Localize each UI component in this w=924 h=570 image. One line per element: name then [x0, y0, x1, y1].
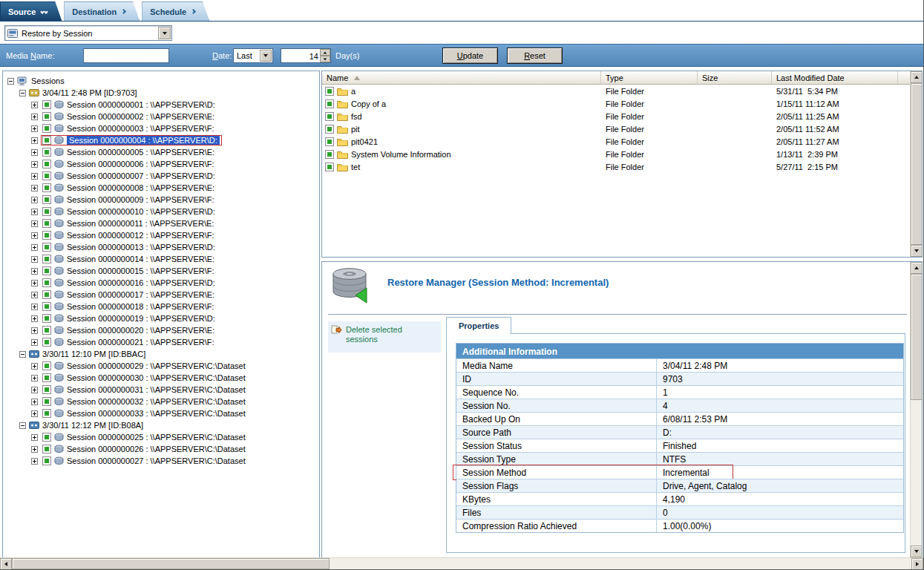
session-checkbox[interactable]	[42, 445, 51, 453]
session-checkbox[interactable]	[42, 338, 51, 347]
column-header-name[interactable]: Name	[322, 71, 601, 84]
session-label[interactable]: Session 0000000032 : \\APPSERVER\C:\Data…	[67, 397, 246, 406]
session-label[interactable]: Session 0000000015 : \\APPSERVER\F:	[67, 266, 214, 275]
collapse-expander-icon[interactable]	[7, 78, 14, 85]
horizontal-scrollbar[interactable]	[0, 557, 923, 569]
session-label[interactable]: Session 0000000007 : \\APPSERVER\D:	[67, 171, 215, 180]
expand-expander-icon[interactable]	[31, 434, 38, 441]
file-row[interactable]: aFile Folder5/31/11 5:34 PM	[322, 85, 922, 97]
tab-destination[interactable]: Destination	[64, 1, 140, 21]
expand-expander-icon[interactable]	[31, 280, 38, 286]
expand-expander-icon[interactable]	[31, 292, 38, 298]
session-label[interactable]: Session 0000000002 : \\APPSERVER\E:	[67, 112, 214, 121]
tree-session-row[interactable]: Session 0000000019 : \\APPSERVER\D:	[6, 312, 319, 324]
restore-type-dropdown-button[interactable]	[158, 27, 171, 39]
file-checkbox[interactable]	[325, 87, 334, 96]
expand-expander-icon[interactable]	[31, 220, 38, 227]
session-label[interactable]: Session 0000000001 : \\APPSERVER\D:	[67, 100, 215, 109]
expand-expander-icon[interactable]	[31, 161, 38, 168]
session-label[interactable]: Session 0000000014 : \\APPSERVER\E:	[67, 255, 214, 263]
session-checkbox[interactable]	[42, 456, 51, 465]
session-checkbox[interactable]	[42, 231, 51, 240]
file-row[interactable]: fsdFile Folder2/05/11 11:25 AM	[322, 110, 922, 122]
scroll-right-button[interactable]	[911, 558, 923, 570]
session-checkbox[interactable]	[42, 373, 51, 382]
collapse-expander-icon[interactable]	[19, 90, 26, 96]
tree-session-row[interactable]: Session 0000000021 : \\APPSERVER\F:	[6, 336, 319, 348]
file-row[interactable]: pit0421File Folder2/05/11 11:27 AM	[322, 135, 922, 148]
session-checkbox[interactable]	[42, 302, 51, 311]
session-checkbox[interactable]	[42, 195, 51, 204]
restore-type-combobox[interactable]: Restore by Session	[4, 25, 172, 41]
tab-source[interactable]: Source	[0, 1, 62, 21]
file-row[interactable]: Copy of aFile Folder1/15/11 11:12 AM	[322, 97, 922, 110]
tree-session-row[interactable]: Session 0000000013 : \\APPSERVER\D:	[6, 241, 319, 253]
session-label[interactable]: Session 0000000011 : \\APPSERVER\E:	[67, 219, 214, 228]
column-header-size[interactable]: Size	[698, 71, 772, 84]
expand-expander-icon[interactable]	[31, 137, 38, 144]
session-label[interactable]: Session 0000000020 : \\APPSERVER\E:	[67, 326, 214, 335]
expand-expander-icon[interactable]	[31, 399, 38, 405]
file-row[interactable]: pitFile Folder2/05/11 11:52 AM	[322, 122, 922, 135]
expand-expander-icon[interactable]	[31, 173, 38, 180]
collapse-expander-icon[interactable]	[19, 422, 26, 429]
session-checkbox[interactable]	[42, 326, 51, 335]
expand-expander-icon[interactable]	[31, 315, 38, 322]
file-checkbox[interactable]	[325, 99, 334, 108]
expand-expander-icon[interactable]	[31, 446, 38, 453]
expand-expander-icon[interactable]	[31, 114, 38, 120]
session-checkbox[interactable]	[42, 385, 51, 394]
scroll-thumb[interactable]	[911, 83, 923, 245]
session-label[interactable]: Session 0000000025 : \\APPSERVER\C:\Data…	[67, 433, 246, 442]
tree-session-row[interactable]: Session 0000000001 : \\APPSERVER\D:	[6, 99, 319, 111]
session-label[interactable]: Session 0000000019 : \\APPSERVER\D:	[67, 314, 215, 323]
tree-session-row[interactable]: Session 0000000032 : \\APPSERVER\C:\Data…	[6, 396, 319, 407]
session-label[interactable]: Session 0000000029 : \\APPSERVER\C:\Data…	[67, 361, 246, 370]
session-label[interactable]: Session 0000000016 : \\APPSERVER\D:	[67, 278, 215, 287]
expand-expander-icon[interactable]	[31, 327, 38, 334]
tree-group-label[interactable]: 3/30/11 12:12 PM [ID:B08A]	[42, 421, 143, 430]
tree-session-row[interactable]: Session 0000000007 : \\APPSERVER\D:	[6, 170, 319, 182]
expand-expander-icon[interactable]	[31, 209, 38, 215]
tree-session-row[interactable]: Session 0000000027 : \\APPSERVER\C:\Data…	[6, 455, 319, 467]
file-checkbox[interactable]	[325, 137, 334, 146]
file-row[interactable]: tetFile Folder5/27/11 2:15 PM	[322, 160, 922, 173]
session-checkbox[interactable]	[42, 124, 51, 133]
column-header-type[interactable]: Type	[601, 71, 698, 84]
file-checkbox[interactable]	[325, 125, 334, 134]
session-checkbox[interactable]	[42, 207, 51, 216]
scroll-up-button[interactable]	[911, 71, 923, 83]
session-label[interactable]: Session 0000000013 : \\APPSERVER\D:	[67, 243, 215, 252]
scroll-thumb[interactable]	[12, 558, 330, 569]
session-checkbox[interactable]	[42, 136, 51, 145]
tree-session-row[interactable]: Session 0000000009 : \\APPSERVER\F:	[6, 194, 319, 206]
session-label[interactable]: Session 0000000004 : \\APPSERVER\D:	[67, 136, 220, 145]
session-label[interactable]: Session 0000000031 : \\APPSERVER\C:\Data…	[67, 385, 246, 394]
expand-expander-icon[interactable]	[31, 375, 38, 381]
expand-expander-icon[interactable]	[31, 149, 38, 156]
scroll-left-button[interactable]	[0, 558, 12, 570]
session-checkbox[interactable]	[42, 278, 51, 287]
tree-session-row[interactable]: Session 0000000016 : \\APPSERVER\D:	[6, 277, 319, 289]
tree-session-row[interactable]: Session 0000000010 : \\APPSERVER\D:	[6, 206, 319, 217]
tab-schedule[interactable]: Schedule	[142, 1, 209, 21]
days-spinner[interactable]: 14	[281, 48, 331, 63]
tree-session-row[interactable]: Session 0000000015 : \\APPSERVER\F:	[6, 265, 319, 277]
session-label[interactable]: Session 0000000012 : \\APPSERVER\F:	[67, 231, 214, 240]
session-checkbox[interactable]	[42, 266, 51, 275]
tree-session-row[interactable]: Session 0000000033 : \\APPSERVER\C:\Data…	[6, 407, 319, 419]
session-checkbox[interactable]	[42, 397, 51, 406]
session-checkbox[interactable]	[42, 171, 51, 180]
session-checkbox[interactable]	[42, 160, 51, 168]
expand-expander-icon[interactable]	[31, 125, 38, 132]
expand-expander-icon[interactable]	[31, 256, 38, 263]
delete-sessions-link[interactable]: Delete selected sessions	[346, 325, 429, 349]
file-checkbox[interactable]	[325, 163, 334, 171]
tree-session-row[interactable]: Session 0000000014 : \\APPSERVER\E:	[6, 253, 319, 265]
session-label[interactable]: Session 0000000033 : \\APPSERVER\C:\Data…	[67, 409, 246, 418]
tree-session-row[interactable]: Session 0000000008 : \\APPSERVER\E:	[6, 182, 319, 194]
session-label[interactable]: Session 0000000021 : \\APPSERVER\F:	[67, 338, 214, 347]
session-checkbox[interactable]	[42, 433, 51, 442]
scroll-up-button[interactable]	[911, 262, 923, 274]
file-checkbox[interactable]	[325, 112, 334, 121]
